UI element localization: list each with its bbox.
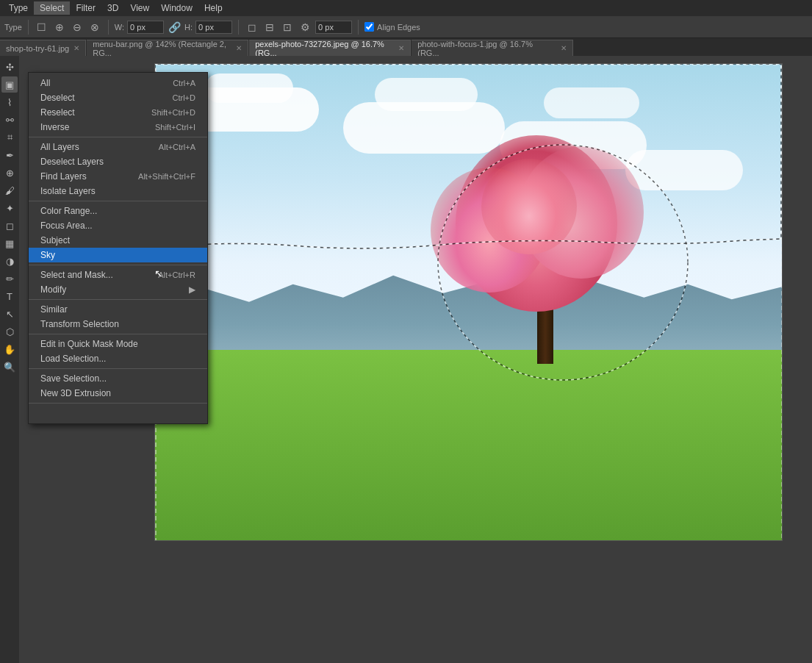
tool-path-select[interactable]: ↖ (1, 306, 18, 322)
tab-2-close[interactable]: ✕ (398, 44, 404, 52)
w-input[interactable] (127, 21, 164, 34)
menu-item-save-selection-label: New 3D Extrusion (40, 388, 111, 398)
rounded-rect-icon[interactable]: ◻ (245, 20, 259, 35)
menu-item-modify-label: Modify (40, 284, 66, 295)
tool-pen[interactable]: ✏ (1, 270, 18, 287)
menu-type[interactable]: Type (3, 1, 34, 15)
settings-icon[interactable]: ⚙ (298, 20, 312, 35)
menu-item-quick-mask-label: Load Selection... (40, 354, 106, 364)
menu-item-subject[interactable]: Subject (29, 233, 207, 248)
menu-filter[interactable]: Filter (70, 1, 101, 15)
tool-shape[interactable]: ⬡ (1, 323, 18, 340)
tab-1[interactable]: menu-bar.png @ 142% (Rectangle 2, RG... … (87, 40, 248, 56)
menu-item-similar-label: Transform Selection (40, 319, 119, 329)
tool-eyedropper[interactable]: ✒ (1, 147, 18, 163)
align-edges-checkbox[interactable] (364, 22, 374, 32)
menu-item-all[interactable]: All Ctrl+A (29, 76, 207, 90)
menu-item-reselect[interactable]: Reselect Shift+Ctrl+D (29, 105, 207, 120)
tool-crop[interactable]: ⌗ (1, 129, 18, 146)
menu-item-save-selection[interactable]: New 3D Extrusion (29, 386, 207, 401)
tab-3-close[interactable]: ✕ (561, 44, 567, 52)
new-selection-icon[interactable]: ☐ (35, 20, 49, 35)
menu-select[interactable]: Select (34, 1, 70, 15)
tool-panel: ✣ ▣ ⌇ ⚯ ⌗ ✒ ⊕ 🖌 ✦ ◻ ▦ ◑ ✏ T ↖ ⬡ ✋ 🔍 (0, 56, 19, 663)
menu-3d[interactable]: 3D (101, 1, 124, 15)
separator-2 (29, 201, 207, 201)
menu-item-similar[interactable]: Transform Selection (29, 317, 207, 332)
menu-item-sky-label: Sky (40, 250, 55, 260)
modify-arrow-icon: ▶ (189, 284, 195, 295)
menu-item-quick-mask[interactable]: Load Selection... (29, 351, 207, 366)
menu-item-color-range[interactable]: Color Range... (29, 204, 207, 218)
tab-2[interactable]: pexels-photo-732726.jpeg @ 16.7% (RG... … (249, 40, 411, 56)
menu-item-grow[interactable]: Similar (29, 302, 207, 317)
menu-item-deselect[interactable]: Deselect Ctrl+D (29, 90, 207, 105)
subtract-selection-icon[interactable]: ⊖ (70, 20, 85, 35)
tab-3[interactable]: photo-with-focus-1.jpg @ 16.7% (RG... ✕ (412, 40, 573, 56)
menu-item-new-3d[interactable] (29, 406, 207, 420)
photo-canvas (154, 63, 783, 541)
menu-item-sky[interactable]: Sky (29, 248, 207, 262)
radius-input[interactable] (315, 21, 352, 34)
tab-0-label: shop-to-try-61.jpg (6, 44, 69, 53)
menu-item-modify[interactable]: Modify ▶ (29, 282, 207, 297)
link-icon[interactable]: 🔗 (167, 20, 182, 35)
menu-item-inverse[interactable]: Inverse Shift+Ctrl+I (29, 120, 207, 135)
menu-help[interactable]: Help (198, 1, 229, 15)
menu-item-deselect-shortcut: Ctrl+D (173, 93, 195, 102)
refine-icon[interactable]: ⊡ (280, 20, 295, 35)
menu-item-deselect-layers-label: Deselect Layers (40, 157, 104, 167)
menu-item-all-layers[interactable]: All Layers Alt+Ctrl+A (29, 140, 207, 154)
canvas-area: ✣ ▣ ⌇ ⚯ ⌗ ✒ ⊕ 🖌 ✦ ◻ ▦ ◑ ✏ T ↖ ⬡ ✋ 🔍 (0, 56, 812, 663)
separator-3 (29, 265, 207, 265)
separator-1 (29, 137, 207, 137)
w-label: W: (115, 23, 124, 32)
tool-dodge[interactable]: ◑ (1, 253, 18, 269)
grass-layer (155, 350, 782, 540)
document-tabs: shop-to-try-61.jpg ✕ menu-bar.png @ 142%… (0, 38, 812, 56)
menu-item-deselect-layers[interactable]: Deselect Layers (29, 154, 207, 169)
tab-0[interactable]: shop-to-try-61.jpg ✕ (0, 40, 86, 56)
menu-view[interactable]: View (124, 1, 155, 15)
menu-item-all-layers-label: All Layers (40, 142, 79, 152)
align-edges-label: Align Edges (377, 23, 420, 32)
separator-7 (29, 403, 207, 404)
intersect-selection-icon[interactable]: ⊗ (87, 20, 102, 35)
tool-eraser[interactable]: ◻ (1, 218, 18, 234)
tool-type[interactable]: T (1, 288, 18, 304)
tool-move[interactable]: ✣ (1, 59, 18, 75)
menu-item-find-layers[interactable]: Find Layers Alt+Shift+Ctrl+F (29, 169, 207, 184)
tool-gradient[interactable]: ▦ (1, 235, 18, 251)
tab-3-label: photo-with-focus-1.jpg @ 16.7% (RG... (417, 40, 556, 57)
tree-canopy-top (481, 159, 577, 254)
menu-item-all-layers-shortcut: Alt+Ctrl+A (159, 143, 195, 151)
separator-6 (29, 368, 207, 369)
separator-5 (29, 334, 207, 334)
tool-lasso[interactable]: ⌇ (1, 94, 18, 110)
menu-item-select-mask-shortcut: Alt+Ctrl+R (158, 270, 195, 279)
h-label: H: (184, 23, 193, 32)
tab-0-close[interactable]: ✕ (73, 44, 79, 52)
tool-select-rect[interactable]: ▣ (1, 76, 18, 93)
menu-bar: Type Select Filter 3D View Window Help (0, 0, 812, 16)
menu-window[interactable]: Window (155, 1, 198, 15)
menu-item-isolate-layers[interactable]: Isolate Layers (29, 184, 207, 198)
subtract-from-icon[interactable]: ⊟ (262, 20, 277, 35)
tool-zoom[interactable]: 🔍 (1, 359, 18, 375)
h-input[interactable] (195, 21, 232, 34)
tool-brush[interactable]: 🖌 (1, 182, 18, 198)
tool-clone[interactable]: ✦ (1, 200, 18, 216)
tab-1-label: menu-bar.png @ 142% (Rectangle 2, RG... (93, 40, 231, 57)
menu-item-select-mask[interactable]: Select and Mask... Alt+Ctrl+R (29, 268, 207, 282)
menu-item-focus-area[interactable]: Focus Area... (29, 218, 207, 233)
add-selection-icon[interactable]: ⊕ (52, 20, 67, 35)
tool-magic-wand[interactable]: ⚯ (1, 112, 18, 128)
tool-heal[interactable]: ⊕ (1, 165, 18, 181)
tool-hand[interactable]: ✋ (1, 341, 18, 357)
separator-2 (108, 20, 109, 35)
type-label: Type (4, 23, 22, 32)
tab-1-close[interactable]: ✕ (236, 44, 242, 52)
menu-item-load-selection[interactable]: Save Selection... (29, 371, 207, 386)
menu-item-transform-selection[interactable]: Edit in Quick Mask Mode (29, 337, 207, 351)
menu-item-isolate-layers-label: Isolate Layers (40, 186, 96, 196)
